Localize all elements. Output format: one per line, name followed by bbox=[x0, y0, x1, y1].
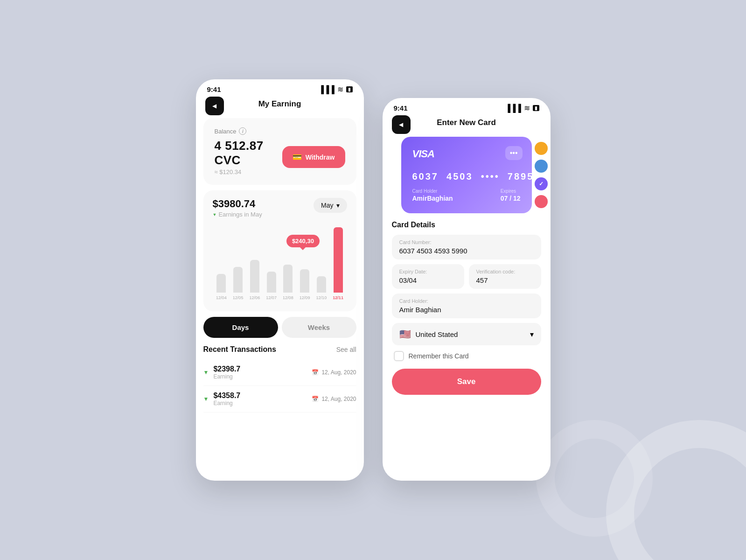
transactions-title: Recent Transactions bbox=[203, 345, 277, 354]
balance-card: Balance i 4 512.87 CVC ≈ $120.34 Withdra… bbox=[203, 118, 356, 185]
balance-label: Balance i bbox=[215, 127, 345, 135]
calendar-icon-2: 📅 bbox=[312, 396, 319, 402]
tx-date-text-2: 12, Aug, 2020 bbox=[321, 396, 356, 402]
wallet-icon bbox=[293, 153, 302, 161]
chart-bar-06: 12/06 bbox=[248, 225, 262, 300]
bar-label-07: 12/07 bbox=[266, 295, 277, 300]
withdraw-button[interactable]: Withdraw bbox=[282, 146, 345, 168]
color-dot-blue[interactable] bbox=[535, 160, 548, 173]
right-signal-icon: ▐▐▐ bbox=[505, 104, 521, 112]
right-header: Enter New Card bbox=[383, 116, 551, 133]
weeks-button[interactable]: Weeks bbox=[282, 317, 356, 338]
right-battery-icon: ▮ bbox=[533, 105, 539, 111]
country-selector[interactable]: 🇺🇸 United Stated ▾ bbox=[392, 323, 541, 345]
card-bottom: Card Holder AmirBaghian Expires 07 / 12 bbox=[412, 189, 521, 202]
bar-09 bbox=[300, 269, 309, 293]
signal-icon: ▐▐▐ bbox=[318, 85, 334, 94]
card-number-display: 6037 4503 •••• 7895 bbox=[412, 171, 521, 182]
tx-date-text-1: 12, Aug, 2020 bbox=[321, 369, 356, 376]
earnings-header: $3980.74 Earnings in May May ▾ bbox=[213, 198, 347, 218]
bar-11 bbox=[334, 227, 343, 293]
expiry-label: Expiry Date: bbox=[399, 269, 457, 274]
transactions-section: Recent Transactions See all ▼ $2398.7 Ea… bbox=[203, 345, 356, 413]
tx-left-2: ▼ $4358.7 Earning bbox=[203, 392, 241, 406]
card-menu-button[interactable]: ••• bbox=[505, 146, 523, 160]
left-back-button[interactable] bbox=[205, 97, 224, 115]
left-status-bar: 9:41 ▐▐▐ ≋ ▮ bbox=[196, 79, 364, 98]
transaction-item-1: ▼ $2398.7 Earning 📅 12, Aug, 2020 bbox=[203, 359, 356, 386]
right-wifi-icon: ≋ bbox=[524, 104, 530, 112]
chart-bar-11: 12/11 bbox=[331, 225, 345, 300]
tx-date-2: 📅 12, Aug, 2020 bbox=[312, 396, 356, 402]
bar-04 bbox=[216, 274, 226, 293]
left-phone: 9:41 ▐▐▐ ≋ ▮ My Earning Balance i 4 512.… bbox=[196, 79, 364, 481]
bar-label-06: 12/06 bbox=[250, 295, 260, 300]
phones-container: 9:41 ▐▐▐ ≋ ▮ My Earning Balance i 4 512.… bbox=[196, 79, 551, 481]
tx-arrow-1: ▼ bbox=[203, 369, 209, 376]
wifi-icon: ≋ bbox=[337, 85, 343, 94]
right-back-button[interactable] bbox=[392, 115, 411, 134]
save-button[interactable]: Save bbox=[392, 369, 541, 395]
bar-05 bbox=[233, 267, 243, 293]
tx-amount-2: $4358.7 bbox=[213, 392, 240, 400]
bar-07 bbox=[267, 272, 276, 293]
color-dot-purple[interactable] bbox=[535, 177, 548, 190]
balance-amount: 4 512.87 CVC bbox=[215, 139, 282, 168]
bar-10 bbox=[317, 276, 326, 293]
left-header: My Earning bbox=[196, 98, 364, 114]
chart-bar-07: 12/07 bbox=[265, 225, 279, 300]
bar-label-04: 12/04 bbox=[216, 295, 227, 300]
color-dot-red[interactable] bbox=[535, 195, 548, 208]
bar-label-09: 12/09 bbox=[300, 295, 310, 300]
us-flag-icon: 🇺🇸 bbox=[399, 329, 411, 340]
period-toggle: Days Weeks bbox=[203, 317, 356, 338]
earnings-section: $3980.74 Earnings in May May ▾ $240,30 1… bbox=[203, 190, 356, 311]
chart-bar-05: 12/05 bbox=[231, 225, 245, 300]
balance-usd: ≈ $120.34 bbox=[215, 168, 282, 175]
left-status-icons: ▐▐▐ ≋ ▮ bbox=[318, 85, 352, 94]
bar-label-08: 12/08 bbox=[283, 295, 293, 300]
card-holder-form-label: Card Holder: bbox=[399, 298, 534, 304]
see-all-link[interactable]: See all bbox=[336, 346, 356, 353]
card-number-field[interactable]: Card Number: 6037 4503 4593 5990 bbox=[392, 235, 541, 259]
tx-info-1: $2398.7 Earning bbox=[213, 365, 240, 380]
bar-label-11: 12/11 bbox=[333, 295, 343, 300]
transaction-item-2: ▼ $4358.7 Earning 📅 12, Aug, 2020 bbox=[203, 386, 356, 413]
right-status-bar: 9:41 ▐▐▐ ≋ ▮ bbox=[383, 98, 551, 116]
tx-date-1: 📅 12, Aug, 2020 bbox=[312, 369, 356, 376]
tx-type-1: Earning bbox=[213, 373, 240, 380]
expiry-field[interactable]: Expiry Date: 03/04 bbox=[392, 264, 464, 289]
right-status-icons: ▐▐▐ ≋ ▮ bbox=[505, 104, 539, 112]
remember-checkbox[interactable] bbox=[394, 351, 404, 361]
card-holder-field[interactable]: Card Holder: Amir Baghian bbox=[392, 294, 541, 318]
cvv-field[interactable]: Verification code: 457 bbox=[469, 264, 541, 289]
tx-arrow-2: ▼ bbox=[203, 396, 209, 402]
card-holder-section: Card Holder AmirBaghian bbox=[412, 189, 453, 202]
bar-label-10: 12/10 bbox=[316, 295, 327, 300]
calendar-icon-1: 📅 bbox=[312, 369, 319, 376]
expiry-value: 03/04 bbox=[399, 276, 457, 284]
transactions-header: Recent Transactions See all bbox=[203, 345, 356, 354]
card-number-label: Card Number: bbox=[399, 239, 534, 245]
chart-tooltip: $240,30 bbox=[286, 235, 320, 247]
bar-label-05: 12/05 bbox=[233, 295, 244, 300]
card-section: VISA ••• 6037 4503 •••• 7895 Card Holder… bbox=[392, 137, 541, 213]
card-holder-form-value: Amir Baghian bbox=[399, 306, 534, 314]
balance-info-icon[interactable]: i bbox=[239, 127, 246, 135]
balance-row: 4 512.87 CVC ≈ $120.34 Withdraw bbox=[215, 139, 345, 175]
card-brand: VISA bbox=[412, 148, 521, 160]
chevron-down-icon: ▾ bbox=[336, 202, 340, 209]
country-name: United Stated bbox=[416, 330, 458, 338]
earnings-label: Earnings in May bbox=[213, 211, 262, 218]
country-left: 🇺🇸 United Stated bbox=[399, 329, 458, 340]
card-number-value: 6037 4503 4593 5990 bbox=[399, 247, 534, 255]
battery-icon: ▮ bbox=[346, 86, 353, 92]
cvv-label: Verification code: bbox=[476, 269, 534, 274]
card-expires-value: 07 / 12 bbox=[501, 195, 521, 202]
month-selector[interactable]: May ▾ bbox=[314, 198, 347, 213]
balance-amounts: 4 512.87 CVC ≈ $120.34 bbox=[215, 139, 282, 175]
color-dot-orange[interactable] bbox=[535, 142, 548, 155]
days-button[interactable]: Days bbox=[203, 317, 278, 338]
earnings-amount: $3980.74 bbox=[213, 198, 262, 210]
card-expires-section: Expires 07 / 12 bbox=[501, 189, 521, 202]
